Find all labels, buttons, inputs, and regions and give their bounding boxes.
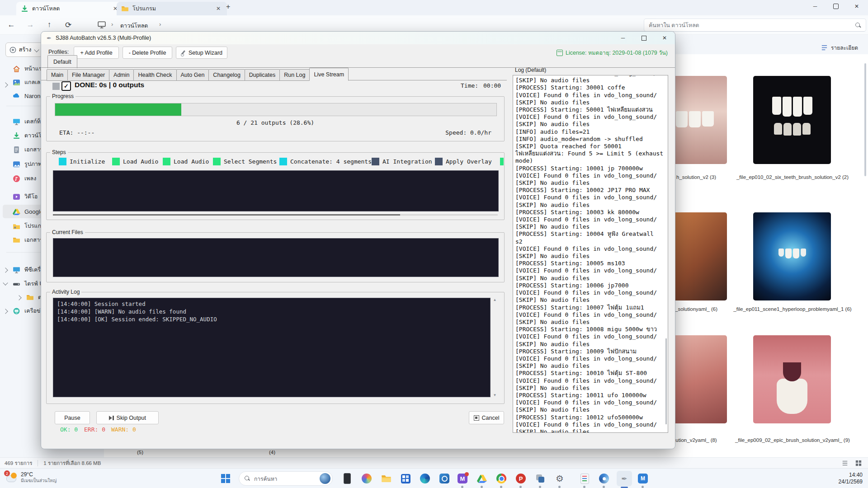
thumbnails-view-icon[interactable] [855, 460, 862, 466]
expander[interactable] [4, 266, 7, 274]
log-line: [PROCESS] Starting: 10010 ไฟตุ้ม ST-800 [515, 370, 668, 377]
google-drive-icon[interactable] [476, 473, 488, 484]
paint-app-icon[interactable] [598, 473, 610, 484]
file-name[interactable]: _file_ep009_02_epic_brush_solution_v2yam… [731, 437, 854, 444]
scrollbar[interactable] [864, 63, 866, 176]
sidebar-item-videos[interactable]: วิดีโอ [13, 190, 38, 203]
google-drive-icon [13, 208, 20, 216]
back-icon[interactable]: ← [5, 18, 18, 32]
skip-output-button[interactable]: Skip Output [96, 411, 159, 424]
explorer-minimize-button[interactable]: ─ [805, 0, 826, 13]
explorer-close-button[interactable]: ✕ [846, 0, 867, 13]
details-view-icon[interactable] [842, 460, 848, 466]
file-name-partial[interactable]: (4) [259, 449, 286, 456]
tab-main[interactable]: Main [47, 69, 68, 81]
up-icon[interactable]: ↑ [42, 18, 56, 32]
activity-log-box[interactable]: [14:40:00] Session started[14:40:00] [WA… [53, 298, 491, 397]
profile-tab-default[interactable]: Default [47, 55, 77, 68]
search-highlight-image[interactable] [320, 473, 330, 484]
weather-widget[interactable]: 2 29°C มีเมฆเป็นส่วนใหญ่ [5, 471, 57, 484]
sidebar-item-onedrive[interactable]: Narong [13, 89, 44, 103]
snipping-tool-icon[interactable] [534, 473, 546, 484]
this-pc-icon[interactable] [98, 21, 106, 29]
mail-app-icon[interactable]: M [457, 473, 468, 484]
file-explorer-icon[interactable] [380, 473, 392, 484]
settings-gear-icon[interactable]: ⚙ [554, 473, 566, 484]
running-indicator [583, 486, 585, 488]
scrollbar-thumb[interactable] [53, 214, 400, 216]
phone-link-icon[interactable] [341, 473, 353, 484]
sidebar-item-pictures[interactable]: รูปภาพ [13, 157, 42, 171]
scroll-down-icon[interactable]: ▼ [493, 393, 497, 397]
expander[interactable] [17, 293, 21, 301]
explorer-maximize-button[interactable] [826, 0, 846, 13]
expander[interactable] [4, 307, 7, 315]
file-name[interactable]: _file_ep011_scene1_hyperloop_problemyaml… [731, 306, 854, 313]
sidebar-item-music[interactable]: เพลง [13, 172, 36, 185]
tab-health-check[interactable]: Health Check [133, 69, 176, 81]
refresh-icon[interactable]: ⟳ [61, 18, 75, 32]
log-panel[interactable]: [VOICE] Found 0 files in vdo_long_sound/… [513, 75, 668, 433]
done-checkbox[interactable]: ✓ [61, 81, 71, 91]
setup-wizard-button[interactable]: Setup Wizard [176, 47, 227, 59]
tab-changelog[interactable]: Changelog [208, 69, 245, 81]
file-thumbnail[interactable] [753, 335, 831, 423]
horizontal-scrollbar[interactable] [53, 214, 498, 216]
divider [6, 252, 42, 253]
search-input[interactable]: ค้นหาใน ดาวน์โหลด [644, 19, 866, 32]
file-thumbnail[interactable] [753, 212, 831, 300]
selection-info: 1 รายการที่เลือก 8.66 MB [43, 459, 101, 467]
add-profile-button[interactable]: + Add Profile [74, 47, 119, 59]
new-tab-button[interactable]: + [226, 3, 230, 11]
breadcrumb[interactable]: ดาวน์โหลด [120, 21, 148, 30]
search-icon[interactable] [855, 22, 861, 28]
clock[interactable]: 14:40 24/1/2569 [839, 472, 863, 485]
tab-duplicates[interactable]: Duplicates [245, 69, 280, 81]
log-scrollbar[interactable] [665, 338, 667, 424]
blue-m-app-icon[interactable]: M [637, 473, 649, 484]
tab-auto-gen[interactable]: Auto Gen [176, 69, 209, 81]
log-line: ไฟเหลี่ยมแต่งสวน: Found 5 >= Limit 5 (ex… [515, 150, 668, 157]
explorer-tab-programs[interactable]: โปรแกรม ✕ [117, 2, 227, 15]
expander[interactable] [4, 80, 7, 89]
maximize-button[interactable] [633, 32, 654, 44]
edge-icon[interactable] [419, 473, 431, 484]
sidebar-item-google-drive[interactable]: Google [13, 205, 43, 218]
close-icon[interactable]: ✕ [214, 5, 222, 13]
tab-run-log[interactable]: Run Log [279, 69, 310, 81]
photos-icon[interactable] [361, 473, 373, 484]
running-indicator [603, 486, 605, 488]
app-title-bar[interactable]: ✒ SJ88 AutoBatch v26.5.3 (Multi-Profile)… [41, 32, 675, 44]
python-app-icon[interactable]: ✒ [617, 471, 632, 486]
notes-app-icon[interactable] [579, 473, 590, 484]
start-button[interactable] [220, 473, 231, 484]
file-name[interactable]: _file_ep010_02_six_teeth_brush_solution_… [731, 174, 854, 181]
delete-profile-button[interactable]: - Delete Profile [123, 47, 172, 59]
new-button[interactable]: สร้าง [5, 42, 42, 57]
calculator-icon[interactable] [400, 473, 411, 484]
file-name-partial[interactable]: (5) [127, 449, 154, 456]
taskbar-search[interactable]: การค้นหา [239, 471, 333, 486]
log-line: [SKIP] Quota reached for 50001 [515, 143, 668, 150]
minimize-button[interactable]: ─ [613, 32, 633, 44]
weather-icon: 2 [5, 472, 17, 483]
tab-live-stream[interactable]: Live Stream [309, 68, 349, 81]
details-pane-button[interactable]: รายละเอียด [821, 43, 858, 52]
sidebar-item-documents-folder[interactable]: เอกสาร [13, 233, 43, 247]
file-thumbnail[interactable] [753, 76, 831, 164]
tab-admin[interactable]: Admin [109, 69, 134, 81]
log-lines: [VOICE] Found 0 files in vdo_long_sound/… [513, 75, 668, 433]
expander[interactable] [4, 278, 7, 286]
red-p-app-icon[interactable]: P [515, 473, 527, 484]
cancel-button[interactable]: Cancel [469, 411, 504, 424]
pause-button[interactable]: Pause [55, 411, 90, 424]
sidebar-item-documents[interactable]: เอกสาร [13, 143, 43, 156]
vertical-scrollbar[interactable]: ▲ ▼ [491, 298, 498, 397]
tab-file-manager[interactable]: File Manager [67, 69, 109, 81]
camera-app-icon[interactable] [439, 473, 450, 484]
close-button[interactable]: ✕ [654, 32, 675, 44]
explorer-tab-downloads[interactable]: ดาวน์โหลด ✕ [16, 2, 124, 15]
forward-icon[interactable]: → [24, 18, 37, 32]
chrome-icon[interactable] [495, 473, 507, 484]
scroll-up-icon[interactable]: ▲ [493, 298, 497, 302]
